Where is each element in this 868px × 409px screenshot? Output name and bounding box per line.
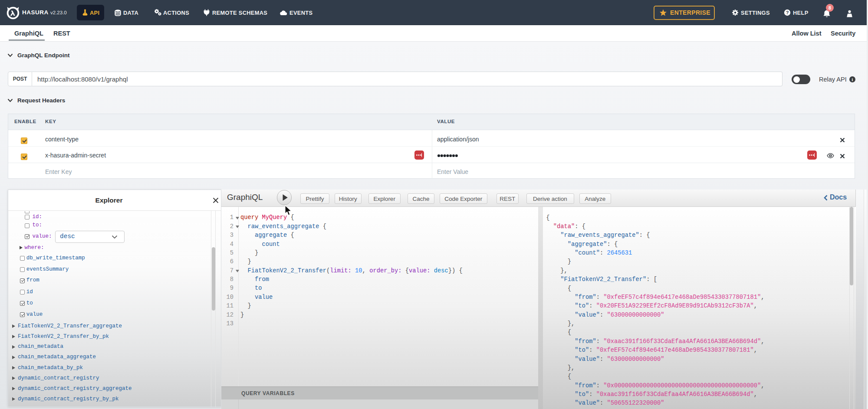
svg-text:?: ? — [786, 10, 789, 15]
